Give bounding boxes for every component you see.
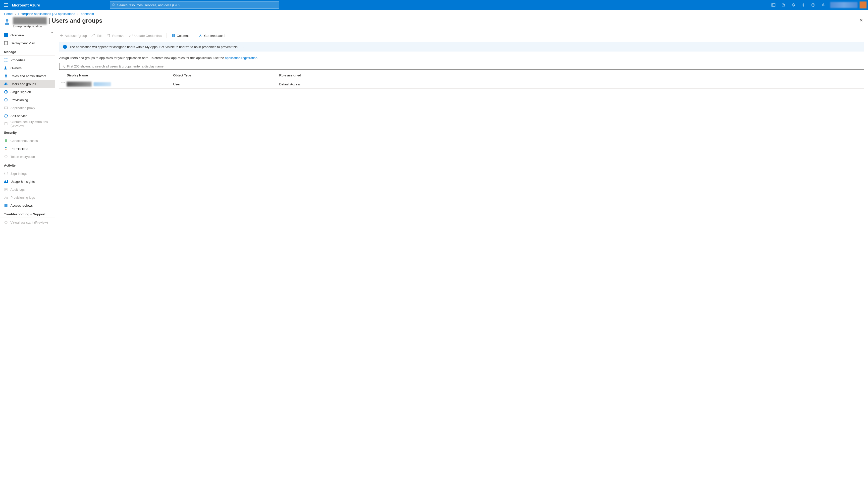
sidebar-item-sso[interactable]: Single sign-on (0, 88, 55, 96)
column-role-assigned[interactable]: Role assigned (279, 73, 864, 77)
sidebar-item-label: Single sign-on (10, 90, 31, 94)
custom-security-icon (4, 122, 8, 126)
sidebar-item-users-groups[interactable]: Users and groups (0, 80, 55, 88)
user-avatar-redacted (67, 82, 92, 87)
add-user-group-button[interactable]: Add user/group (59, 34, 87, 38)
update-credentials-button[interactable]: Update Credentials (129, 34, 162, 38)
sidebar-item-audit-logs[interactable]: Audit logs (0, 185, 55, 193)
sidebar-item-deployment-plan[interactable]: Deployment Plan (0, 39, 55, 47)
cloud-shell-icon[interactable] (769, 0, 778, 10)
sidebar-item-label: Sign-in logs (10, 172, 27, 176)
table-row[interactable]: User Default Access (59, 80, 864, 89)
svg-point-11 (5, 66, 6, 68)
page-title: | Users and groups (48, 17, 102, 24)
sidebar-item-conditional-access[interactable]: Conditional Access (0, 137, 55, 145)
sidebar-item-custom-security[interactable]: Custom security attributes (preview) (0, 120, 55, 128)
access-reviews-icon (4, 203, 8, 207)
svg-point-5 (6, 19, 8, 22)
sidebar-item-label: Custom security attributes (preview) (10, 120, 51, 127)
feedback-button[interactable]: Got feedback? (198, 34, 225, 38)
help-icon[interactable] (808, 0, 818, 10)
svg-rect-6 (4, 33, 6, 35)
global-search-input[interactable] (117, 3, 277, 7)
remove-button[interactable]: Remove (107, 34, 124, 38)
column-display-name[interactable]: Display Name (67, 73, 173, 77)
svg-point-30 (200, 34, 201, 36)
sidebar-item-properties[interactable]: Properties (0, 56, 55, 64)
info-banner-arrow[interactable]: → (241, 45, 244, 49)
sidebar-item-virtual-assistant[interactable]: Virtual assistant (Preview) (0, 218, 55, 226)
svg-rect-9 (6, 35, 8, 37)
sidebar-item-owners[interactable]: Owners (0, 64, 55, 72)
filter-box[interactable] (59, 63, 864, 70)
edit-button[interactable]: Edit (91, 34, 102, 38)
account-name-redacted (830, 2, 858, 8)
svg-point-21 (6, 147, 7, 148)
avatar (860, 1, 867, 8)
properties-icon (4, 58, 8, 62)
sidebar-section-troubleshoot: Troubleshooting + Support (0, 209, 55, 218)
roles-icon (4, 74, 8, 78)
breadcrumb-home[interactable]: Home (4, 12, 13, 16)
sidebar-item-self-service[interactable]: Self-service (0, 112, 55, 120)
sidebar-item-label: Overview (10, 33, 24, 37)
svg-point-25 (5, 204, 5, 205)
pencil-icon (91, 34, 95, 38)
svg-point-31 (62, 65, 64, 67)
row-checkbox[interactable] (59, 82, 67, 86)
global-search[interactable] (110, 1, 279, 9)
toolbar: Add user/group Edit Remove Update Creden… (59, 30, 864, 41)
more-actions-button[interactable]: ⋯ (104, 19, 112, 23)
breadcrumb-enterprise-apps[interactable]: Enterprise applications | All applicatio… (19, 12, 75, 16)
sidebar-item-signin-logs[interactable]: Sign-in logs (0, 170, 55, 178)
sidebar-item-access-reviews[interactable]: Access reviews (0, 202, 55, 209)
columns-button[interactable]: Columns (171, 34, 189, 38)
toolbar-divider (166, 33, 167, 38)
topbar-actions (769, 0, 828, 10)
sidebar-item-provisioning-logs[interactable]: Provisioning logs (0, 193, 55, 202)
feedback-icon (198, 34, 203, 38)
breadcrumb-openshift[interactable]: openshift (81, 12, 94, 16)
column-object-type[interactable]: Object Type (173, 73, 279, 77)
svg-rect-28 (5, 221, 7, 223)
info-icon: i (63, 45, 67, 49)
self-service-icon (4, 114, 8, 118)
sidebar-item-app-proxy[interactable]: Application proxy (0, 104, 55, 112)
sidebar-item-overview[interactable]: Overview (0, 31, 55, 39)
key-icon (129, 34, 133, 38)
sidebar-item-token-encryption[interactable]: Token encryption (0, 153, 55, 160)
sidebar-item-roles-administrators[interactable]: Roles and administrators (0, 72, 55, 80)
notifications-icon[interactable] (788, 0, 798, 10)
sidebar-item-label: Usage & insights (10, 180, 35, 183)
collapse-sidebar-button[interactable]: « (51, 30, 53, 34)
chevron-right-icon: › (13, 12, 18, 16)
filter-input[interactable] (67, 64, 862, 68)
settings-icon[interactable] (798, 0, 808, 10)
usage-insights-icon (4, 180, 8, 183)
app-registration-link[interactable]: application registration (225, 56, 257, 60)
directories-icon[interactable] (778, 0, 788, 10)
sidebar-item-label: Deployment Plan (10, 41, 35, 45)
svg-point-13 (5, 83, 6, 84)
signin-logs-icon (4, 172, 8, 176)
svg-point-18 (4, 114, 7, 117)
sidebar-item-permissions[interactable]: Permissions (0, 145, 55, 153)
users-table: Display Name Object Type Role assigned U… (59, 71, 864, 89)
sidebar-item-usage-insights[interactable]: Usage & insights (0, 178, 55, 185)
chevron-right-icon: › (76, 12, 80, 16)
svg-rect-1 (772, 3, 775, 6)
account-area[interactable] (828, 0, 868, 10)
feedback-icon[interactable] (818, 0, 828, 10)
svg-point-4 (823, 4, 824, 5)
sidebar-item-provisioning[interactable]: Provisioning (0, 96, 55, 104)
sidebar-item-label: Token encryption (10, 155, 35, 158)
hamburger-button[interactable] (0, 0, 12, 10)
svg-point-0 (112, 3, 114, 5)
cell-object-type: User (173, 82, 279, 86)
sidebar-item-label: Conditional Access (10, 139, 38, 143)
brand-label[interactable]: Microsoft Azure (12, 3, 45, 7)
sidebar-section-security: Security (0, 128, 55, 136)
close-button[interactable]: ✕ (859, 18, 863, 23)
main-content: Add user/group Edit Remove Update Creden… (55, 30, 868, 231)
page-header: ████████ | Users and groups ⋯ Enterprise… (0, 17, 868, 30)
